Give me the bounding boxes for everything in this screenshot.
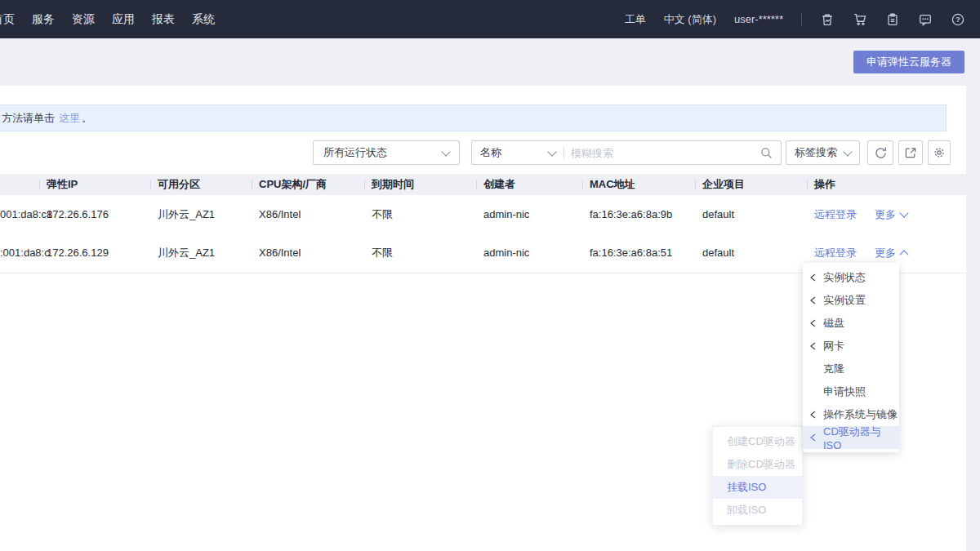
cell-expire: 不限 <box>372 233 393 272</box>
cell-az: 川外云_AZ1 <box>158 233 215 272</box>
menu-item-os-image[interactable]: 操作系统与镜像 <box>803 403 899 426</box>
cell-mac: fa:16:3e:a6:8a:51 <box>590 233 672 272</box>
tag-search-button[interactable]: 标签搜索 <box>786 140 860 165</box>
status-filter-value: 所有运行状态 <box>323 145 387 160</box>
cell-creator: admin-nic <box>483 233 529 272</box>
cell-mac: fa:16:3e:a6:8a:9b <box>590 195 672 233</box>
search-icon[interactable] <box>760 146 781 160</box>
cell-ipv6-fragment: 001:da8:c8 <box>0 195 38 233</box>
column-header-ip <box>0 174 38 195</box>
nav-item-home[interactable]: 首页 <box>0 12 15 27</box>
search-input[interactable] <box>564 147 760 159</box>
nav-item-apps[interactable]: 应用 <box>112 12 135 27</box>
menu-item-nic[interactable]: 网卡 <box>803 335 899 358</box>
search-box: 名称 <box>471 140 782 165</box>
menu-item-disk[interactable]: 磁盘 <box>803 312 899 335</box>
cell-project: default <box>702 233 734 272</box>
submenu-item-create-cd-drive[interactable]: 创建CD驱动器 <box>713 430 802 453</box>
chevron-down-icon <box>843 147 852 156</box>
search-field-select[interactable]: 名称 <box>472 145 564 160</box>
cell-elastic-ip: 172.26.6.176 <box>47 195 109 233</box>
menu-item-instance-settings[interactable]: 实例设置 <box>803 289 899 312</box>
cell-elastic-ip: 172.26.6.129 <box>47 233 109 272</box>
more-actions-link[interactable]: 更多 <box>875 195 907 233</box>
cell-az: 川外云_AZ1 <box>158 195 215 233</box>
table-header: 弹性IP 可用分区 CPU架构/厂商 到期时间 创建者 MAC地址 企业项目 操… <box>0 174 966 196</box>
chevron-left-icon <box>809 342 817 350</box>
search-field-value: 名称 <box>480 145 501 160</box>
nav-item-reports[interactable]: 报表 <box>152 12 175 27</box>
chevron-up-icon <box>899 250 908 259</box>
submenu-item-mount-iso[interactable]: 挂载ISO <box>713 476 802 499</box>
cell-cpu: X86/Intel <box>259 195 301 233</box>
chevron-left-icon <box>809 319 817 327</box>
menu-item-instance-status[interactable]: 实例状态 <box>803 266 899 289</box>
cell-cpu: X86/Intel <box>259 233 301 272</box>
clipboard-icon[interactable] <box>885 12 900 27</box>
column-header-actions: 操作 <box>814 174 835 195</box>
status-filter-select[interactable]: 所有运行状态 <box>313 140 460 165</box>
export-icon <box>904 146 917 159</box>
banner-text: 方法请单击 <box>2 111 55 126</box>
column-header-elastic-ip: 弹性IP <box>47 174 78 195</box>
cell-creator: admin-nic <box>483 195 529 233</box>
svg-text:?: ? <box>956 16 960 24</box>
language-switcher[interactable]: 中文 (简体) <box>664 12 716 27</box>
column-header-az: 可用分区 <box>158 174 200 195</box>
column-header-project: 企业项目 <box>702 174 745 195</box>
recycle-bin-icon[interactable] <box>820 12 835 27</box>
nav-item-resources[interactable]: 资源 <box>72 12 95 27</box>
remote-login-link[interactable]: 远程登录 <box>814 208 857 220</box>
refresh-icon <box>874 146 888 160</box>
topnav-right: 工单 中文 (简体) user-****** ? <box>625 12 965 27</box>
menu-item-clone[interactable]: 克隆 <box>803 358 899 380</box>
submenu-item-unmount-iso[interactable]: 卸载ISO <box>713 499 802 522</box>
chevron-down-icon <box>899 208 908 217</box>
cell-actions: 远程登录更多 <box>814 195 907 233</box>
user-menu[interactable]: user-****** <box>734 13 783 25</box>
banner-here-link[interactable]: 这里 <box>59 111 80 126</box>
top-navbar: 首页 服务 资源 应用 报表 系统 工单 中文 (简体) user-****** <box>0 0 980 38</box>
menu-item-cd-iso[interactable]: CD驱动器与ISO <box>803 426 899 449</box>
nav-item-system[interactable]: 系统 <box>192 12 215 27</box>
cell-project: default <box>702 195 734 233</box>
info-banner: 方法请单击 这里 。 <box>0 104 947 131</box>
gear-icon <box>933 146 946 159</box>
cd-iso-submenu: 创建CD驱动器 删除CD驱动器 挂载ISO 卸载ISO <box>712 426 803 526</box>
remote-login-link[interactable]: 远程登录 <box>814 247 857 259</box>
chevron-left-icon <box>809 433 817 442</box>
main-nav: 首页 服务 资源 应用 报表 系统 <box>0 12 215 27</box>
menu-item-snapshot[interactable]: 申请快照 <box>803 380 899 403</box>
cart-icon[interactable] <box>853 12 867 27</box>
chevron-left-icon <box>809 296 817 304</box>
help-icon[interactable]: ? <box>951 12 965 27</box>
chevron-down-icon <box>547 147 556 156</box>
topnav-divider <box>801 13 802 25</box>
column-header-expire: 到期时间 <box>372 174 414 195</box>
nav-item-services[interactable]: 服务 <box>32 12 55 27</box>
cell-expire: 不限 <box>372 195 393 233</box>
table-row: 001:da8:c8 172.26.6.176 川外云_AZ1 X86/Inte… <box>0 195 966 234</box>
column-header-cpu: CPU架构/厂商 <box>259 174 327 195</box>
cell-ipv6-fragment: :001:da8:c <box>0 233 38 272</box>
tag-search-label: 标签搜索 <box>795 145 837 160</box>
settings-button[interactable] <box>928 140 951 165</box>
column-header-mac: MAC地址 <box>590 174 635 195</box>
chevron-down-icon <box>441 147 450 156</box>
feedback-icon[interactable] <box>918 12 933 27</box>
submenu-item-delete-cd-drive[interactable]: 删除CD驱动器 <box>713 453 802 476</box>
refresh-button[interactable] <box>867 140 893 165</box>
export-button[interactable] <box>898 140 923 165</box>
nav-item-ticket[interactable]: 工单 <box>625 12 646 27</box>
column-header-creator: 创建者 <box>483 174 515 195</box>
chevron-left-icon <box>809 273 817 282</box>
chevron-left-icon <box>809 411 817 419</box>
banner-period: 。 <box>82 111 92 126</box>
apply-ecs-button[interactable]: 申请弹性云服务器 <box>853 51 964 73</box>
ecs-console-screen: 首页 服务 资源 应用 报表 系统 工单 中文 (简体) user-****** <box>0 0 980 551</box>
more-actions-menu: 实例状态 实例设置 磁盘 网卡 克隆 申请快照 操作系统与镜像 CD驱动器与IS… <box>803 263 899 452</box>
